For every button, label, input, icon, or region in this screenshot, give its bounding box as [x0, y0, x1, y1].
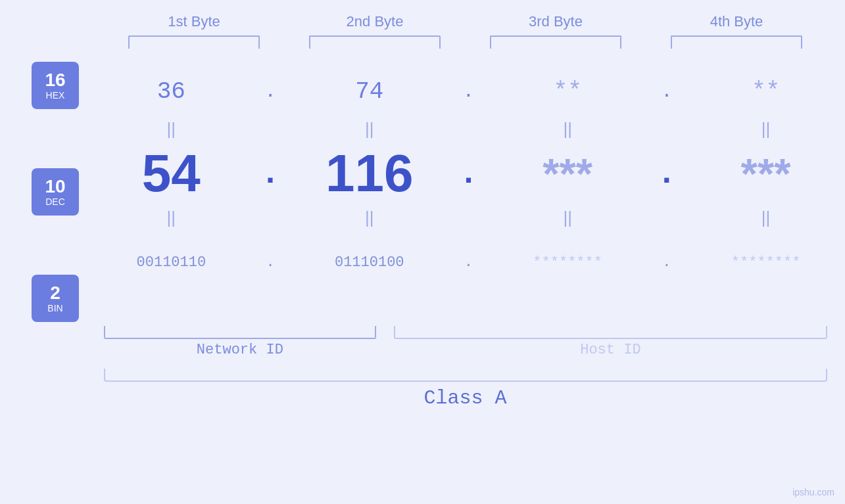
full-bottom-bracket — [104, 369, 827, 382]
hex-dot-2: . — [455, 81, 481, 102]
byte-label-4: 4th Byte — [664, 13, 809, 30]
top-bracket-3 — [490, 35, 621, 49]
dec-badge: 10 DEC — [32, 168, 79, 216]
bin-values-row: 00110110 . 01110100 . ******** . *******… — [92, 236, 845, 288]
bin-dot-1: . — [257, 254, 283, 271]
byte-label-3: 3rd Byte — [483, 13, 628, 30]
main-container: 1st Byte 2nd Byte 3rd Byte 4th Byte 16 H… — [0, 0, 845, 504]
content-area: 16 HEX 10 DEC 2 BIN 36 . 74 . ** . ** — [0, 55, 845, 322]
dec-v1: 54 — [99, 147, 243, 200]
eq-5: || — [167, 208, 176, 227]
host-id-label: Host ID — [394, 342, 827, 358]
hex-v1: 36 — [99, 78, 243, 105]
byte-label-2: 2nd Byte — [302, 13, 447, 30]
network-bracket — [104, 326, 377, 339]
top-brackets-row — [104, 35, 827, 49]
top-bracket-1 — [128, 35, 260, 49]
watermark: ipshu.com — [792, 487, 834, 497]
hex-v2: 74 — [297, 78, 442, 105]
hex-v3: ** — [495, 78, 640, 105]
dec-dot-1: . — [257, 155, 283, 193]
eq-1: || — [167, 119, 176, 139]
eq-4: || — [761, 119, 771, 139]
top-bracket-2 — [309, 35, 441, 49]
dec-v2: 116 — [297, 147, 442, 200]
byte-label-1: 1st Byte — [122, 13, 266, 30]
bottom-bracket-container — [104, 326, 827, 339]
bin-v4: ******** — [694, 254, 838, 271]
top-bracket-4 — [671, 35, 802, 49]
hex-name: HEX — [46, 90, 65, 101]
dec-values-row: 54 . 116 . *** . *** — [92, 141, 845, 206]
dec-v4: *** — [694, 152, 838, 195]
bin-v2: 01110100 — [297, 254, 442, 271]
bin-v3: ******** — [495, 254, 640, 271]
bin-badge: 2 BIN — [32, 275, 79, 322]
network-id-label: Network ID — [104, 342, 377, 358]
hex-dot-3: . — [654, 81, 680, 102]
eq-2: || — [365, 119, 374, 139]
hex-dot-1: . — [257, 81, 283, 102]
values-grid: 36 . 74 . ** . ** || || || || 54 — [92, 55, 845, 322]
hex-values-row: 36 . 74 . ** . ** — [92, 65, 845, 118]
hex-badge: 16 HEX — [32, 62, 79, 109]
eq-row-1: || || || || — [92, 118, 845, 141]
base-labels: 16 HEX 10 DEC 2 BIN — [0, 55, 79, 322]
dec-dot-2: . — [455, 155, 481, 193]
dec-name: DEC — [45, 196, 65, 207]
eq-8: || — [761, 208, 771, 227]
bin-dot-2: . — [455, 254, 481, 271]
bracket-spacer — [376, 326, 394, 339]
bin-dot-3: . — [654, 254, 680, 271]
host-bracket — [394, 326, 827, 339]
class-label: Class A — [104, 387, 827, 409]
eq-6: || — [365, 208, 374, 227]
eq-7: || — [563, 208, 572, 227]
eq-3: || — [563, 119, 572, 139]
byte-labels-row: 1st Byte 2nd Byte 3rd Byte 4th Byte — [104, 13, 827, 35]
id-labels-row: Network ID Host ID — [104, 342, 827, 358]
bin-number: 2 — [50, 283, 60, 304]
bin-name: BIN — [47, 303, 62, 313]
bin-v1: 00110110 — [99, 254, 243, 271]
dec-number: 10 — [45, 177, 65, 197]
eq-row-2: || || || || — [92, 206, 845, 229]
dec-dot-3: . — [654, 155, 680, 193]
dec-v3: *** — [495, 152, 640, 195]
hex-number: 16 — [45, 70, 65, 91]
hex-v4: ** — [694, 78, 838, 105]
